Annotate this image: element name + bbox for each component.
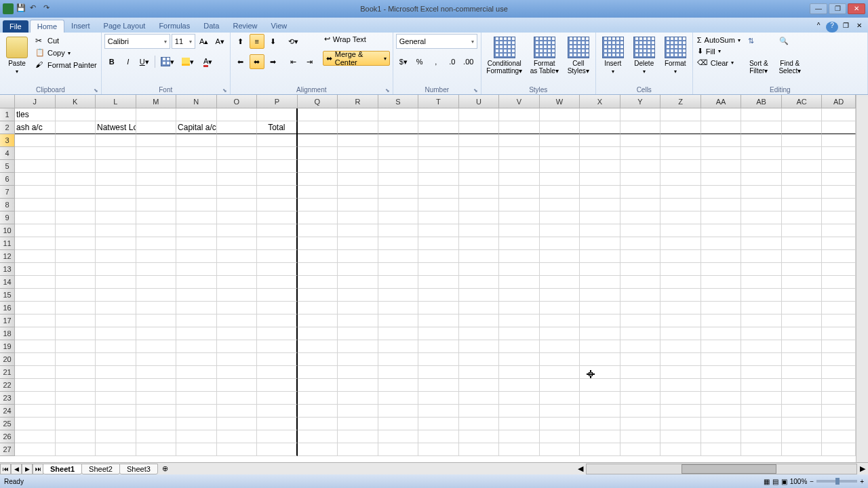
cell-Z7[interactable] xyxy=(660,186,701,199)
cell-K25[interactable] xyxy=(56,418,96,430)
row-header-23[interactable]: 23 xyxy=(0,392,15,405)
help-icon[interactable]: ? xyxy=(826,22,838,33)
cell-AD14[interactable] xyxy=(822,276,856,289)
cell-P17[interactable] xyxy=(257,314,298,327)
cell-Z21[interactable] xyxy=(660,366,701,379)
cell-O17[interactable] xyxy=(217,314,258,327)
alignment-launcher[interactable]: ⬊ xyxy=(385,87,390,94)
cell-AB11[interactable] xyxy=(741,237,782,250)
cell-U7[interactable] xyxy=(459,186,500,199)
cell-X12[interactable] xyxy=(580,250,620,263)
cell-Q21[interactable] xyxy=(298,366,338,379)
row-header-17[interactable]: 17 xyxy=(0,314,15,327)
cell-Q27[interactable] xyxy=(298,443,338,456)
cell-J24[interactable] xyxy=(15,405,56,418)
cell-X13[interactable] xyxy=(580,263,620,276)
cell-O20[interactable] xyxy=(217,353,258,366)
cell-V16[interactable] xyxy=(499,302,540,314)
cell-AC27[interactable] xyxy=(782,443,823,456)
cell-K3[interactable] xyxy=(56,134,96,147)
cell-X6[interactable] xyxy=(580,173,620,186)
shrink-font-button[interactable]: A▾ xyxy=(212,34,226,49)
cell-V13[interactable] xyxy=(499,263,540,276)
font-color-button[interactable]: A▾ xyxy=(199,54,218,69)
cell-P26[interactable] xyxy=(257,430,298,443)
italic-button[interactable]: I xyxy=(121,54,136,69)
increase-indent-button[interactable]: ⇥ xyxy=(302,54,317,69)
cell-N4[interactable] xyxy=(176,147,217,160)
cell-V11[interactable] xyxy=(499,237,540,250)
format-painter-button[interactable]: Format Painter xyxy=(34,60,98,70)
window-restore-icon[interactable]: ❐ xyxy=(840,22,852,33)
cell-K26[interactable] xyxy=(56,430,96,443)
cell-Y3[interactable] xyxy=(620,134,661,147)
cell-V14[interactable] xyxy=(499,276,540,289)
cell-S26[interactable] xyxy=(378,430,419,443)
cell-Y24[interactable] xyxy=(620,405,661,418)
cell-K18[interactable] xyxy=(56,327,96,340)
cell-Q5[interactable] xyxy=(298,160,338,173)
cell-J5[interactable] xyxy=(15,160,56,173)
cell-Z23[interactable] xyxy=(660,392,701,405)
cell-Q25[interactable] xyxy=(298,418,338,430)
cell-AD9[interactable] xyxy=(822,211,856,224)
cell-AA24[interactable] xyxy=(701,405,742,418)
cell-W16[interactable] xyxy=(540,302,580,314)
cell-AC10[interactable] xyxy=(782,224,823,237)
cell-W25[interactable] xyxy=(540,418,580,430)
cell-R23[interactable] xyxy=(338,392,378,405)
cell-X15[interactable] xyxy=(580,289,620,302)
next-sheet-button[interactable]: ▶ xyxy=(22,464,33,474)
cell-AB27[interactable] xyxy=(741,443,782,456)
cell-R15[interactable] xyxy=(338,289,378,302)
number-format-dropdown[interactable]: General▾ xyxy=(396,34,477,49)
cell-W15[interactable] xyxy=(540,289,580,302)
col-header-J[interactable]: J xyxy=(15,95,56,108)
cell-N9[interactable] xyxy=(176,211,217,224)
cell-AD26[interactable] xyxy=(822,430,856,443)
cell-AD2[interactable] xyxy=(822,121,856,134)
col-header-S[interactable]: S xyxy=(378,95,419,108)
row-header-2[interactable]: 2 xyxy=(0,121,15,134)
cell-AC26[interactable] xyxy=(782,430,823,443)
cell-Y23[interactable] xyxy=(620,392,661,405)
cell-AD16[interactable] xyxy=(822,302,856,314)
cell-Z1[interactable] xyxy=(660,108,701,121)
close-button[interactable]: ✕ xyxy=(848,3,865,14)
cell-Y12[interactable] xyxy=(620,250,661,263)
cell-S15[interactable] xyxy=(378,289,419,302)
cell-V20[interactable] xyxy=(499,353,540,366)
cell-L16[interactable] xyxy=(96,302,136,314)
zoom-slider[interactable] xyxy=(816,480,857,483)
cell-W13[interactable] xyxy=(540,263,580,276)
cell-L19[interactable] xyxy=(96,340,136,353)
cell-Z22[interactable] xyxy=(660,379,701,392)
cell-U2[interactable] xyxy=(459,121,500,134)
cell-P3[interactable] xyxy=(257,134,298,147)
cell-P20[interactable] xyxy=(257,353,298,366)
cell-L14[interactable] xyxy=(96,276,136,289)
cell-J11[interactable] xyxy=(15,237,56,250)
cell-N19[interactable] xyxy=(176,340,217,353)
cell-L4[interactable] xyxy=(96,147,136,160)
cell-T27[interactable] xyxy=(418,443,459,456)
cell-T22[interactable] xyxy=(418,379,459,392)
cell-AA25[interactable] xyxy=(701,418,742,430)
cell-V18[interactable] xyxy=(499,327,540,340)
cell-L13[interactable] xyxy=(96,263,136,276)
cell-W7[interactable] xyxy=(540,186,580,199)
cell-AC7[interactable] xyxy=(782,186,823,199)
cell-W1[interactable] xyxy=(540,108,580,121)
cell-Y15[interactable] xyxy=(620,289,661,302)
col-header-AD[interactable]: AD xyxy=(822,95,856,108)
cell-S22[interactable] xyxy=(378,379,419,392)
cell-T9[interactable] xyxy=(418,211,459,224)
row-header-22[interactable]: 22 xyxy=(0,379,15,392)
row-header-24[interactable]: 24 xyxy=(0,405,15,418)
cell-W26[interactable] xyxy=(540,430,580,443)
cell-W10[interactable] xyxy=(540,224,580,237)
cell-J9[interactable] xyxy=(15,211,56,224)
cell-P14[interactable] xyxy=(257,276,298,289)
cell-Y21[interactable] xyxy=(620,366,661,379)
cell-N25[interactable] xyxy=(176,418,217,430)
